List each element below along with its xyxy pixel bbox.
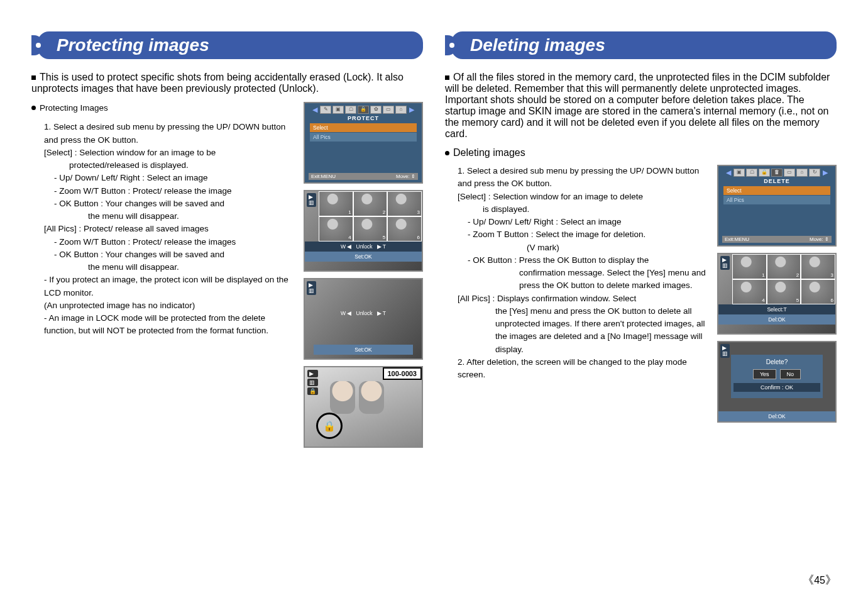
thumbnail-grid-select: ▶▥ 1 2 3 4 5 6 Select:T Del:OK: [717, 253, 837, 335]
intro-body: This is used to protect specific shots f…: [31, 72, 404, 94]
arrow-right-icon: ▶: [821, 169, 829, 177]
unlock-label: Unlock: [356, 310, 373, 316]
w-label: W ◀: [341, 310, 351, 316]
menu-tabs: ◀ ▣ ☖ 🔒 🗑 ▭ ⌂ ↻ ▶: [721, 169, 833, 177]
locked-image-preview: 100-0003 ▶ ▥ 🔒 🔒: [304, 366, 423, 448]
bullet-line-cont: (V mark): [527, 242, 708, 254]
thumb-cell: 4: [732, 279, 767, 304]
thumb-cell: 5: [353, 216, 388, 242]
t-label: ▶ T: [377, 243, 386, 250]
step1: 1. Select a desired sub menu by pressing…: [44, 121, 294, 147]
battery-icon: ▥: [307, 379, 318, 386]
menu-tab: ▣: [332, 106, 344, 114]
bullet-line: - OK Button : Press the OK Button to dis…: [468, 254, 708, 267]
unlock-label: Unlock: [356, 243, 373, 250]
thumb-cell: 1: [732, 254, 767, 279]
del-bar: Del:OK: [718, 411, 835, 421]
delete-confirm-dialog: ▶▥ Delete? Yes No Confirm : OK Del:OK: [717, 341, 837, 423]
menu-tabs: ◀ ✎ ▣ ☖ 🔒 ✿ ▭ ⌂ ▶: [307, 106, 419, 114]
allpics-label: [All Pics] : Protect/ release all saved …: [44, 223, 294, 235]
menu-tab: ⌂: [395, 106, 407, 114]
t-label: ▶ T: [377, 310, 386, 316]
camera-menu-protect: ◀ ✎ ▣ ☖ 🔒 ✿ ▭ ⌂ ▶ PROTECT Select All Pic…: [304, 102, 423, 184]
note: - If you protect an image, the protect i…: [44, 274, 294, 299]
note-sub: (An unprotected image has no indicator): [44, 299, 294, 312]
camera-menu-delete: ◀ ▣ ☖ 🔒 🗑 ▭ ⌂ ↻ ▶ DELETE Select All Pics: [717, 165, 837, 247]
bullet-line: - OK Button : Your changes will be saved…: [54, 248, 294, 261]
section-title-bar: Protecting images: [31, 31, 423, 59]
w-label: W ◀: [341, 243, 351, 250]
dialog-question: Delete?: [733, 358, 820, 365]
bullet-line: - Up/ Down/ Left/ Right : Select an imag…: [54, 172, 294, 184]
intro-text-left: This is used to protect specific shots f…: [31, 72, 423, 94]
subheading: Protecting Images: [31, 102, 294, 114]
menu-item-allpics: All Pics: [310, 133, 417, 142]
unlock-bar: W ◀ Unlock ▶ T: [305, 242, 422, 252]
thumb-cell: 1: [319, 191, 353, 216]
step2: 2. After deletion, the screen will be ch…: [458, 356, 708, 382]
thumb-cell: 5: [767, 279, 801, 304]
page-number: 《45》: [803, 572, 837, 587]
select-label: [Select] : Selection window for an image…: [44, 147, 294, 159]
arrow-left-icon: ◀: [725, 169, 732, 177]
play-icon: ▶: [307, 370, 318, 377]
menu-exit-label: Exit:MENU: [725, 236, 749, 242]
bullet-line: - Zoom W/T Button : Protect/ release the…: [54, 185, 294, 197]
menu-tab: ☖: [746, 169, 757, 177]
intro-text-right: Of all the files stored in the memory ca…: [445, 72, 837, 140]
del-bar: Del:OK: [718, 314, 835, 325]
bullet-line: - Zoom T Button : Select the image for d…: [468, 228, 708, 241]
bullet-line: - Up/ Down/ Left/ Right : Select an imag…: [468, 216, 708, 228]
intro-body: Of all the files stored in the memory ca…: [445, 72, 830, 139]
thumb-cell: 4: [319, 216, 353, 242]
play-battery-icon: ▶▥: [307, 193, 316, 207]
set-bar: Set:OK: [305, 252, 422, 262]
select-bar: Select:T: [718, 304, 835, 314]
menu-title: DELETE: [721, 178, 833, 184]
thumb-cell: 2: [353, 191, 388, 216]
select-label: [Select] : Selection window for an image…: [458, 191, 708, 203]
menu-item-select: Select: [310, 123, 417, 132]
title-deleting: Deleting images: [451, 31, 837, 59]
corner-icons: ▶ ▥ 🔒: [307, 370, 318, 396]
bullet-line-cont: the menu will disappear.: [88, 210, 294, 223]
menu-exit-label: Exit:MENU: [311, 174, 336, 179]
thumbnail-grid-unlock: ▶▥ 1 2 3 4 5 6 W ◀ Unlock ▶ T Set:: [304, 190, 423, 272]
allpics-cont: the [Yes] menu and press the OK button t…: [495, 305, 708, 356]
menu-footer: Exit:MENU Move: ⇕: [722, 236, 832, 243]
section-title-bar: Deleting images: [445, 31, 837, 59]
set-bar: Set:OK: [314, 345, 413, 355]
menu-move-label: Move: ⇕: [396, 174, 415, 179]
menu-title: PROTECT: [307, 115, 419, 121]
lock-small-icon: 🔒: [307, 387, 318, 395]
dialog-no-button: No: [780, 369, 801, 379]
title-protecting: Protecting images: [38, 31, 423, 59]
menu-tab: 🔒: [759, 169, 770, 177]
menu-tab: ▭: [383, 106, 394, 114]
thumb-cell: 3: [801, 254, 835, 279]
play-battery-icon: ▶▥: [720, 344, 730, 358]
image-number-label: 100-0003: [383, 367, 422, 380]
dialog-yes-button: Yes: [753, 369, 776, 379]
menu-item-select: Select: [723, 186, 830, 195]
dot-bullet-icon: [31, 106, 36, 110]
menu-tab: ☖: [345, 106, 356, 114]
bullet-line: - OK Button : Your changes will be saved…: [54, 197, 294, 210]
thumb-cell: 6: [387, 216, 422, 242]
menu-move-label: Move: ⇕: [810, 236, 829, 242]
menu-tab: ▣: [733, 169, 745, 177]
subheading: Deleting images: [445, 147, 837, 158]
square-bullet-icon: [445, 75, 449, 80]
full-image-unlock: ▶▥ W ◀ Unlock ▶ T Set:OK: [304, 278, 423, 360]
menu-tab: ⌂: [796, 169, 808, 177]
menu-tab: ↻: [809, 169, 820, 177]
thumb-cell: 2: [767, 254, 801, 279]
play-battery-icon: ▶▥: [720, 256, 730, 270]
menu-item-allpics: All Pics: [723, 196, 830, 204]
menu-footer: Exit:MENU Move: ⇕: [309, 173, 418, 180]
note: - An image in LOCK mode will be protecte…: [44, 312, 294, 338]
arrow-left-icon: ◀: [311, 106, 319, 114]
square-bullet-icon: [31, 75, 36, 80]
select-cont: protected/released is displayed.: [69, 159, 294, 172]
thumb-cell: 3: [387, 191, 422, 216]
